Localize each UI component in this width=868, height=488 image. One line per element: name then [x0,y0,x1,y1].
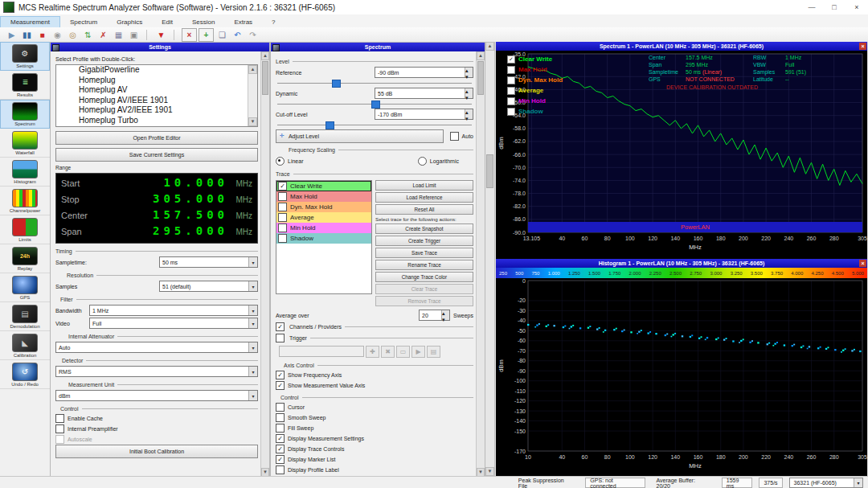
show-measurement-value-axis-checkbox[interactable]: ✓Show Measurement Value Axis [276,380,473,391]
sidebar-item-demodulation[interactable]: ▤Demodulation [0,302,50,331]
legend-item-min-hold[interactable]: Min Hold [507,96,563,106]
burn-cd-icon[interactable]: ◎ [66,29,80,41]
linear-radio[interactable]: Linear [276,157,303,166]
trace-checkbox[interactable] [278,192,287,201]
scroll-up-icon[interactable]: ▲ [261,51,269,60]
legend-item-average[interactable]: Average [507,85,563,96]
show-frequency-axis-checkbox[interactable]: ✓Show Frequency Axis [276,370,473,380]
delete-trigger-icon[interactable]: ✖ [381,346,395,358]
reset-all-button[interactable]: Reset All [375,204,473,215]
snapshot-icon[interactable]: ▣ [127,29,141,41]
sidebar-item-gps[interactable]: GPS [0,273,50,302]
save-trace-button[interactable]: Save Trace [375,248,473,258]
auto-select[interactable]: Auto▾ [55,342,258,353]
menu-item-spectrum[interactable]: Spectrum [60,17,107,27]
profile-item-homeplug-av[interactable]: Homeplug AV [79,85,248,96]
scroll-down-icon[interactable]: ▼ [248,117,257,126]
slider-thumb[interactable] [332,80,341,88]
slider-thumb[interactable] [326,121,334,129]
spin-up-icon[interactable]: ▴ [465,88,473,95]
spectrum-panel-scrollbar[interactable]: ▲ ▼ [476,51,485,477]
legend-checkbox[interactable] [507,97,515,105]
scroll-thumb[interactable] [477,61,484,95]
cursor-checkbox[interactable]: Cursor [276,402,473,412]
minimize-button[interactable]: — [800,1,823,14]
legend-checkbox[interactable] [507,108,515,116]
redo-icon[interactable]: ↷ [246,29,260,41]
close-chart-icon[interactable]: × [859,260,866,267]
reference-spinbox[interactable]: -90 dBm▴▾ [375,67,473,78]
display-trace-controls-checkbox[interactable]: ✓Display Trace Controls [276,444,473,454]
spectrum-panel-titlebar[interactable]: Spectrum [271,43,485,51]
profile-item-homeplug-av2-ieee-1901[interactable]: Homeplug AV2/IEEE 1901 [79,105,248,116]
autoscale-checkbox[interactable]: Autoscale [55,434,258,445]
sidebar-item-undo-redo[interactable]: ↺Undo / Redo [0,360,50,389]
marker-icon[interactable]: ▼ [154,29,168,41]
pause-icon[interactable]: ▮▮ [20,29,34,41]
dynamic-spinbox[interactable]: 55 dB▴▾ [375,88,473,99]
remove-view-icon[interactable]: × [182,28,197,42]
clear-trace-button[interactable]: Clear Trace [375,284,473,294]
load-reference-button[interactable]: Load Reference [375,192,473,203]
legend-checkbox[interactable] [507,87,515,95]
enable-cache-checkbox[interactable]: Enable Cache [55,413,258,424]
sidebar-item-results[interactable]: ≣Results [0,71,50,100]
cut-off-level-slider[interactable] [276,121,473,129]
list-scrollbar[interactable]: ▲▼ [248,65,257,126]
menu-item-[interactable]: ? [262,17,285,27]
scroll-down-icon[interactable]: ▼ [485,467,494,476]
sidebar-item-waterfall[interactable]: Waterfall [0,129,50,158]
fill-sweep-checkbox[interactable]: Fill Sweep [276,423,473,433]
adjust-level-button[interactable]: ✛Adjust Level [276,129,444,143]
trace-checkbox[interactable] [278,223,287,232]
menu-item-edit[interactable]: Edit [152,17,182,27]
trace-row-shadow[interactable]: Shadow [276,233,371,244]
scatter-plot[interactable]: 0-20-30-40-50-60-70-80-90-100-110-120-13… [496,278,867,476]
open-profile-editor-button[interactable]: Open Profile Editor [55,131,258,145]
scroll-up-icon[interactable]: ▲ [248,65,257,74]
view-3d-icon[interactable]: ▦ [112,29,125,41]
legend-checkbox[interactable] [507,76,515,84]
sidebar-item-limits[interactable]: Limits [0,215,50,244]
spin-arrows[interactable]: ▴▾ [465,88,473,98]
auto-checkbox[interactable]: Auto [450,131,473,141]
play-icon[interactable]: ▶ [5,29,18,41]
sampletime-select[interactable]: 50 ms▾ [159,256,258,268]
profile-item-homeplug-turbo[interactable]: Homeplug Turbo [79,116,248,126]
initial-boot-calibration-button[interactable]: Initial Boot Calibration [55,445,258,458]
sidebar-item-spectrum[interactable]: Spectrum [0,100,50,129]
spin-up-icon[interactable]: ▴ [465,109,473,116]
legend-item-dyn-max-hold[interactable]: Dyn. Max Hold [507,75,563,85]
samples-select[interactable]: 51 (default)▾ [159,281,258,292]
rename-trace-button[interactable]: Rename Trace [375,260,473,270]
trace-checkbox[interactable] [278,234,287,243]
load-limit-button[interactable]: Load Limit [375,180,473,191]
spin-up-icon[interactable]: ▴ [465,68,473,74]
save-trigger-icon[interactable]: ▤ [427,346,440,358]
trace-row-max-hold[interactable]: Max Hold [276,191,371,202]
scroll-thumb[interactable] [486,154,493,188]
spin-up-icon[interactable]: ▴ [442,310,449,317]
create-trigger-button[interactable]: Create Trigger [375,236,473,246]
sidebar-item-histogram[interactable]: Histogram [0,158,50,187]
sidebar-item-settings[interactable]: ⚙Settings [0,42,50,71]
create-snapshot-button[interactable]: Create Snapshot [375,223,473,234]
reference-slider[interactable] [276,79,473,87]
trace-row-clear-write[interactable]: ✓Clear Write [276,181,371,191]
settings-scrollbar[interactable]: ▲ ▼ [260,51,269,477]
trace-list[interactable]: ✓Clear WriteMax HoldDyn. Max HoldAverage… [276,180,372,294]
maximize-button[interactable]: □ [823,1,845,14]
display-measurement-settings-checkbox[interactable]: ✓Display Measurement Settings [276,433,473,444]
trace-checkbox[interactable] [278,213,287,222]
remove-trace-button[interactable]: Remove Trace [375,296,473,306]
pointer-icon[interactable]: ◉ [51,29,64,41]
menu-item-extras[interactable]: Extras [224,17,262,27]
profile-item-homeplug-av-ieee-1901[interactable]: Homeplug AV/IEEE 1901 [79,96,248,106]
change-trace-color-button[interactable]: Change Trace Color [375,272,473,282]
trace-row-dyn-max-hold[interactable]: Dyn. Max Hold [276,202,371,212]
scroll-thumb[interactable] [262,61,268,95]
legend-item-clear-write[interactable]: ✓Clear Write [507,54,563,64]
save-current-settings-button[interactable]: Save Current Settings [55,148,258,162]
trigger-checkbox[interactable]: Trigger [276,333,473,343]
stop-trigger-icon[interactable]: ▭ [396,346,410,358]
